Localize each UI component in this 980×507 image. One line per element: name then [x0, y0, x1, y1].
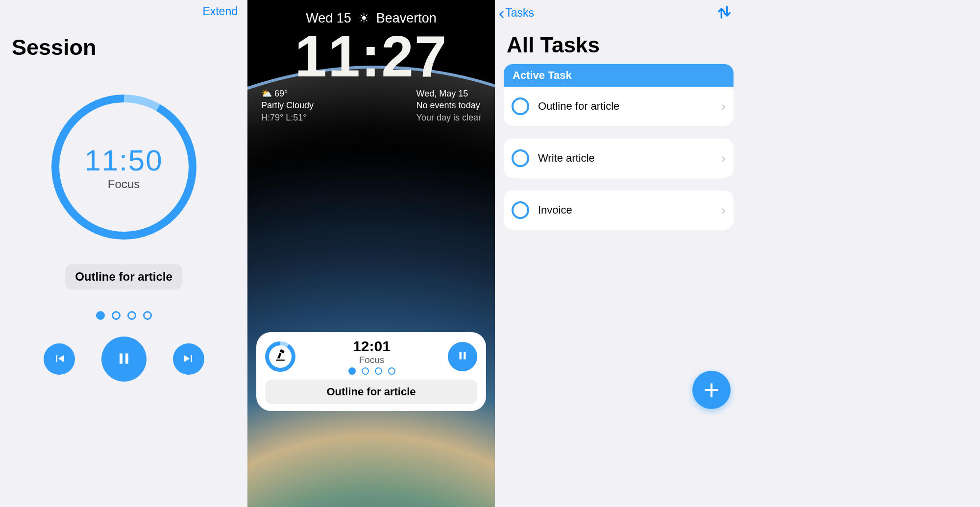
activity-dots [295, 367, 448, 375]
weather-hilo: H:79° L:51° [261, 112, 314, 123]
chevron-left-icon: ‹ [499, 8, 504, 18]
task-card: Invoice › [504, 191, 734, 230]
next-button[interactable] [173, 343, 204, 375]
weather-widget[interactable]: ⛅ 69° Partly Cloudy H:79° L:51° [261, 88, 314, 123]
dot-icon [112, 311, 121, 320]
skip-back-icon [52, 352, 66, 367]
task-name: Invoice [538, 204, 712, 217]
back-label: Tasks [505, 6, 534, 20]
add-task-button[interactable]: + [692, 371, 731, 409]
dot-icon [375, 367, 382, 375]
task-name: Outline for article [538, 100, 712, 113]
weather-condition: Partly Cloudy [261, 99, 314, 111]
live-activity-card[interactable]: 12:01 Focus Outline for article [256, 332, 486, 411]
cloud-sun-icon: ⛅ [261, 89, 272, 98]
dot-icon [362, 367, 369, 375]
tasks-screen: ‹ Tasks All Tasks Active Task Outline fo… [495, 0, 742, 507]
calendar-events: No events today [416, 99, 481, 111]
pause-icon [115, 350, 133, 369]
weather-temp: 69° [274, 89, 288, 98]
sort-arrows-icon [716, 15, 733, 22]
chevron-right-icon: › [721, 99, 726, 114]
lockscreen-clock: 11:27 [247, 23, 495, 90]
task-name: Write article [538, 152, 712, 165]
activity-pause-button[interactable] [448, 342, 477, 371]
timer-ring: 11:50 Focus [51, 95, 196, 240]
calendar-clear: Your day is clear [416, 112, 481, 123]
task-row[interactable]: Outline for article › [504, 87, 734, 126]
plus-icon: + [704, 374, 720, 405]
active-task-header: Active Task [504, 64, 734, 87]
session-title: Session [0, 20, 247, 65]
calendar-widget[interactable]: Wed, May 15 No events today Your day is … [416, 88, 481, 123]
pause-button[interactable] [101, 337, 147, 382]
calendar-date: Wed, May 15 [416, 88, 481, 99]
dot-icon [388, 367, 395, 375]
previous-button[interactable] [44, 343, 75, 375]
dot-icon [348, 367, 356, 375]
lockscreen: Wed 15 ☀︎ Beaverton 11:27 ⛅ 69° Partly C… [247, 0, 495, 507]
checkbox-icon[interactable] [512, 201, 529, 219]
activity-task: Outline for article [265, 380, 477, 404]
filler [742, 0, 980, 507]
checkbox-icon[interactable] [512, 149, 529, 167]
desk-lamp-icon [273, 347, 288, 365]
active-task-card: Active Task Outline for article › [504, 64, 734, 126]
session-progress-dots [0, 311, 247, 320]
activity-ring [265, 341, 295, 372]
task-row[interactable]: Write article › [504, 139, 734, 178]
dot-icon [127, 311, 136, 320]
activity-label: Focus [295, 355, 448, 365]
dot-icon [143, 311, 152, 320]
chevron-right-icon: › [721, 203, 726, 218]
skip-forward-icon [182, 352, 196, 367]
timer-mode-label: Focus [84, 177, 163, 191]
dot-icon [96, 311, 105, 320]
tasks-title: All Tasks [495, 23, 742, 64]
timer-value: 11:50 [84, 144, 163, 177]
session-screen: Extend Session 11:50 Focus Outline for a… [0, 0, 247, 507]
checkbox-icon[interactable] [512, 97, 529, 115]
lockscreen-date-line: Wed 15 ☀︎ Beaverton [247, 0, 495, 26]
back-button[interactable]: ‹ Tasks [499, 6, 534, 20]
activity-time: 12:01 [295, 338, 448, 355]
sort-button[interactable] [716, 4, 733, 22]
chevron-right-icon: › [721, 151, 726, 166]
current-task-chip[interactable]: Outline for article [65, 264, 182, 290]
extend-button[interactable]: Extend [202, 5, 238, 18]
task-card: Write article › [504, 139, 734, 178]
pause-icon [456, 349, 469, 363]
task-row[interactable]: Invoice › [504, 191, 734, 230]
